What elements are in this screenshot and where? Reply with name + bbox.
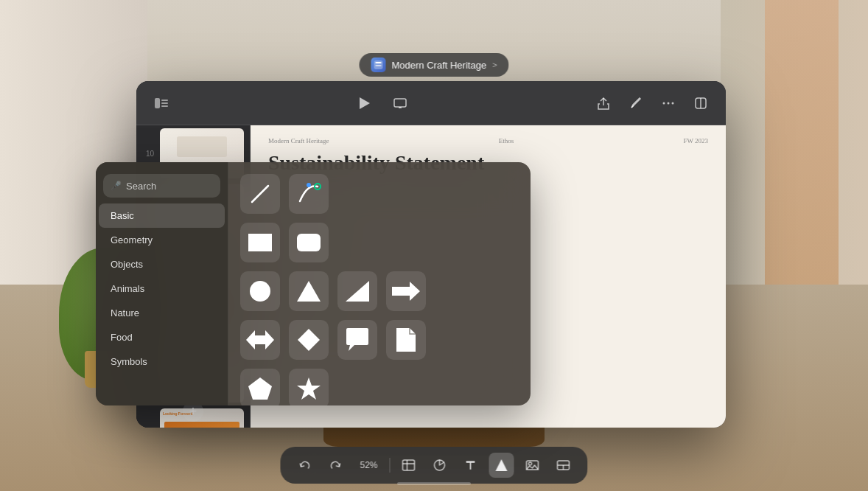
- share-button[interactable]: [590, 90, 617, 116]
- svg-point-13: [663, 102, 665, 104]
- category-nature[interactable]: Nature: [99, 301, 225, 325]
- insert-text-button[interactable]: [458, 453, 483, 478]
- category-geometry[interactable]: Geometry: [99, 228, 225, 252]
- svg-marker-29: [248, 377, 272, 400]
- shapes-row-4: [240, 369, 519, 405]
- curve-shape[interactable]: [289, 174, 329, 214]
- play-button[interactable]: [351, 90, 378, 116]
- svg-rect-21: [248, 234, 272, 251]
- right-triangle-shape[interactable]: [337, 271, 377, 311]
- brand-left: Modern Craft Heritage: [268, 137, 329, 144]
- shapes-grid: [228, 162, 531, 405]
- slide-number: 10: [142, 150, 154, 158]
- svg-rect-36: [470, 462, 472, 470]
- svg-point-20: [307, 183, 311, 187]
- toolbar-right: [590, 90, 714, 116]
- scroll-indicator: [397, 482, 471, 485]
- svg-rect-1: [375, 62, 381, 63]
- zoom-level: 52%: [354, 460, 383, 470]
- speech-bubble-shape[interactable]: [337, 320, 377, 360]
- shape-categories: 🎤 Search Basic Geometry Objects Animals …: [96, 162, 228, 405]
- more-button[interactable]: [655, 90, 682, 116]
- shapes-row-3: [240, 320, 519, 360]
- inspector-button[interactable]: [687, 90, 714, 116]
- svg-rect-8: [394, 99, 406, 107]
- svg-rect-4: [161, 100, 168, 101]
- redo-button[interactable]: [323, 453, 348, 478]
- bottom-toolbar: 52%: [280, 447, 587, 484]
- app-title-text: Modern Craft Heritage: [391, 60, 486, 71]
- svg-marker-25: [346, 281, 369, 302]
- shape-tools-row: [240, 174, 519, 214]
- insert-chart-button[interactable]: [427, 453, 452, 478]
- rectangle-shape[interactable]: [240, 223, 280, 262]
- svg-marker-27: [246, 330, 274, 349]
- svg-marker-37: [496, 459, 508, 471]
- microphone-icon: 🎤: [111, 181, 122, 191]
- svg-point-15: [672, 102, 674, 104]
- circle-shape[interactable]: [240, 271, 280, 311]
- toolbar-divider: [390, 458, 391, 473]
- brand-center: Ethos: [499, 137, 514, 144]
- svg-marker-7: [360, 97, 370, 109]
- search-bar[interactable]: 🎤 Search: [103, 174, 220, 198]
- svg-rect-6: [161, 105, 168, 107]
- svg-line-18: [252, 186, 268, 202]
- category-basic[interactable]: Basic: [99, 203, 225, 228]
- layout-button[interactable]: [551, 453, 576, 478]
- slide-header: Modern Craft Heritage Ethos FW 2023: [251, 137, 726, 144]
- svg-rect-5: [161, 102, 168, 104]
- insert-shape-button[interactable]: [489, 453, 514, 478]
- insert-table-button[interactable]: [396, 453, 421, 478]
- app-icon: [371, 58, 385, 72]
- app-chevron-icon: >: [492, 60, 497, 69]
- svg-rect-31: [403, 460, 415, 470]
- rounded-rectangle-shape[interactable]: [289, 223, 329, 262]
- svg-marker-28: [298, 329, 320, 351]
- shapes-row-1: [240, 223, 519, 262]
- category-animals[interactable]: Animals: [99, 276, 225, 301]
- svg-rect-2: [375, 65, 381, 66]
- shapes-row-2: [240, 271, 519, 311]
- arrow-right-shape[interactable]: [386, 271, 426, 311]
- svg-rect-22: [297, 234, 321, 251]
- category-objects[interactable]: Objects: [99, 252, 225, 276]
- star-shape[interactable]: [289, 369, 329, 405]
- line-shape[interactable]: [240, 174, 280, 214]
- pentagon-shape[interactable]: [240, 369, 280, 405]
- search-label: Search: [126, 181, 156, 192]
- category-symbols[interactable]: Symbols: [99, 349, 225, 374]
- diamond-shape[interactable]: [289, 320, 329, 360]
- undo-button[interactable]: [292, 453, 317, 478]
- category-food[interactable]: Food: [99, 325, 225, 349]
- slideshow-button[interactable]: [387, 90, 413, 116]
- svg-point-23: [250, 281, 270, 302]
- svg-rect-3: [155, 98, 160, 108]
- sidebar-toggle-button[interactable]: [148, 90, 175, 116]
- svg-marker-24: [297, 281, 321, 302]
- double-arrow-shape[interactable]: [240, 320, 280, 360]
- shape-picker-panel: 🎤 Search Basic Geometry Objects Animals …: [96, 162, 531, 405]
- app-label[interactable]: Modern Craft Heritage >: [359, 53, 508, 77]
- brand-right: FW 2023: [683, 137, 708, 144]
- svg-marker-30: [297, 377, 321, 400]
- annotate-button[interactable]: [623, 90, 649, 116]
- svg-point-39: [529, 462, 532, 465]
- insert-media-button[interactable]: [520, 453, 545, 478]
- document-shape[interactable]: [386, 320, 426, 360]
- svg-marker-26: [392, 282, 420, 301]
- triangle-shape[interactable]: [289, 271, 329, 311]
- svg-point-14: [668, 102, 670, 104]
- window-toolbar: [136, 81, 726, 125]
